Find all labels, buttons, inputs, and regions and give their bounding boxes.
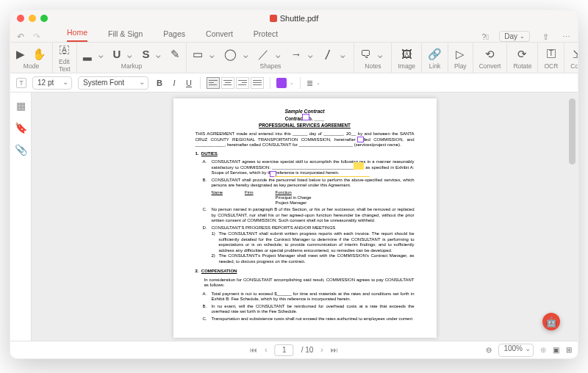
markup-label: Markup — [121, 62, 142, 70]
pen-icon[interactable]: ✎ — [171, 48, 180, 59]
pdf-page: Sample Contract Contract No. ____ PROFES… — [173, 98, 437, 338]
prev-page[interactable]: ‹ — [265, 346, 267, 354]
titlebar: Shuttle.pdf — [10, 10, 578, 26]
duty-d-head: CONSULTANT'S PROGRESS REPORTS AND/OR MEE… — [212, 225, 336, 230]
attachments-icon[interactable]: 📎 — [15, 144, 27, 156]
fit-page[interactable]: ▣ — [553, 346, 559, 354]
edit-label: Edit Text — [59, 58, 71, 73]
hand-icon[interactable]: ✋ — [32, 48, 46, 59]
line-spacing[interactable]: ≣ — [306, 79, 313, 87]
annotation-underline[interactable] — [274, 176, 370, 177]
edit-text-icon[interactable]: A̲ — [60, 46, 69, 54]
zoom-select[interactable]: 100% — [498, 344, 534, 357]
underline-icon[interactable]: U — [113, 48, 121, 59]
last-page[interactable]: ⏭ — [331, 346, 338, 354]
main-toolbar: ▶✋Mode A̲Edit Text ▂⌄ U⌄ S⌄ ✎ Markup ▭⌄ … — [10, 43, 578, 73]
redo-button[interactable]: ↷ — [33, 32, 40, 42]
page-input[interactable]: 1 — [275, 344, 294, 356]
page-canvas[interactable]: Sample Contract Contract No. ____ PROFES… — [32, 93, 578, 341]
convert-label: Convert — [479, 62, 501, 70]
sec-compensation: COMPENSATION — [201, 269, 237, 273]
align-justify[interactable] — [251, 77, 264, 89]
status-bar: ⏮ ‹ 1 / 10 › ⏭ ⊖ 100% ⊕ ▣ ⊞ — [10, 341, 578, 358]
italic-button[interactable]: I — [169, 79, 179, 87]
tab-protect[interactable]: Protect — [254, 29, 278, 42]
help-button[interactable]: ?⃝ — [482, 32, 490, 41]
vertical-scrollbar[interactable] — [569, 98, 576, 335]
rotate-icon[interactable]: ⟳ — [517, 48, 527, 59]
next-page[interactable]: › — [320, 346, 323, 354]
pager: ⏮ ‹ 1 / 10 › ⏭ — [250, 344, 337, 356]
compress-icon[interactable]: ⇲ — [573, 48, 578, 59]
convert-icon[interactable]: ⟲ — [485, 48, 495, 59]
daynight-toggle[interactable]: Day⌄ — [499, 31, 530, 42]
window-title: Shuttle.pdf — [10, 14, 578, 23]
ocr-label: OCR — [544, 62, 558, 70]
link-icon[interactable]: 🔗 — [428, 48, 442, 59]
arrow-shape-icon[interactable]: → — [290, 48, 301, 59]
doc-title: PROFESSIONAL SERVICES AGREEMENT — [196, 123, 415, 128]
align-right[interactable] — [236, 77, 249, 89]
annotation-box-1[interactable] — [302, 114, 309, 120]
play-icon[interactable]: ▷ — [456, 48, 465, 59]
note-icon[interactable]: 🗨 — [360, 48, 371, 59]
image-label: Image — [398, 62, 415, 70]
assistant-fab[interactable]: 🤖 — [542, 313, 560, 330]
align-left[interactable] — [207, 77, 220, 89]
annotation-highlight[interactable] — [354, 162, 364, 170]
mode-label: Mode — [24, 62, 39, 70]
annotation-box-2[interactable] — [357, 137, 364, 142]
format-bar: T 12 pt System Font B I U ⌄ ≣⌄ — [10, 73, 578, 93]
zoom-out[interactable]: ⊖ — [486, 346, 492, 354]
share-button[interactable]: ⇪ — [540, 32, 551, 42]
cursor-icon[interactable]: ▶ — [16, 48, 25, 59]
ocr-icon[interactable]: T — [547, 49, 556, 58]
circle-shape-icon[interactable]: ◯ — [224, 48, 237, 59]
more-button[interactable]: ⋯ — [561, 32, 571, 42]
duty-b: CONSULTANT shall provide the personnel l… — [212, 178, 415, 188]
tab-fill-sign[interactable]: Fill & Sign — [108, 29, 143, 42]
first-page[interactable]: ⏮ — [250, 346, 257, 354]
notes-label: Notes — [365, 62, 381, 70]
line-shape-icon[interactable]: ／ — [258, 48, 269, 59]
undo-button[interactable]: ↶ — [17, 32, 24, 42]
compress-label: Com — [570, 62, 578, 70]
align-center[interactable] — [221, 77, 234, 89]
app-window: Shuttle.pdf ↶ ↷ Home Fill & Sign Pages C… — [10, 10, 578, 359]
pdf-icon — [270, 15, 277, 22]
font-name-select[interactable]: System Font — [78, 76, 148, 90]
ribbon-tabs: ↶ ↷ Home Fill & Sign Pages Convert Prote… — [10, 26, 578, 43]
duty-c: No person named in paragraph B of this S… — [212, 207, 415, 222]
bold-button[interactable]: B — [154, 79, 165, 87]
tab-convert[interactable]: Convert — [206, 29, 233, 42]
doc-intro: THIS AGREEMENT made and entered into thi… — [196, 131, 415, 148]
image-icon[interactable]: 🖼 — [401, 48, 412, 59]
color-dropdown[interactable]: ⌄ — [290, 80, 294, 86]
font-size-select[interactable]: 12 pt — [32, 76, 72, 90]
play-label: Play — [454, 62, 467, 70]
thumbnails-icon[interactable]: ▦ — [16, 100, 26, 112]
text-tool[interactable]: T — [16, 78, 26, 88]
zoom-in[interactable]: ⊕ — [540, 346, 546, 354]
link-label: Link — [429, 62, 441, 70]
tab-home[interactable]: Home — [67, 28, 87, 42]
rotate-label: Rotate — [513, 62, 531, 70]
strike-icon[interactable]: S — [142, 48, 149, 59]
rect-shape-icon[interactable]: ▭ — [193, 48, 203, 59]
sec-duties: DUTIES — [201, 151, 218, 156]
scroll-thumb[interactable] — [569, 98, 576, 164]
text-color-swatch[interactable] — [276, 78, 287, 88]
duty-a: CONSULTANT agrees to exercise special sk… — [212, 159, 415, 175]
underline-button[interactable]: U — [184, 79, 194, 87]
polyline-shape-icon[interactable]: 〳 — [323, 48, 334, 59]
highlight-icon[interactable]: ▂ — [83, 48, 92, 59]
left-sidebar: ▦ 🔖 📎 — [10, 93, 32, 341]
tab-pages[interactable]: Pages — [163, 29, 185, 42]
shapes-label: Shapes — [260, 62, 282, 70]
bookmarks-icon[interactable]: 🔖 — [15, 122, 27, 134]
view-mode[interactable]: ⊞ — [566, 346, 572, 354]
